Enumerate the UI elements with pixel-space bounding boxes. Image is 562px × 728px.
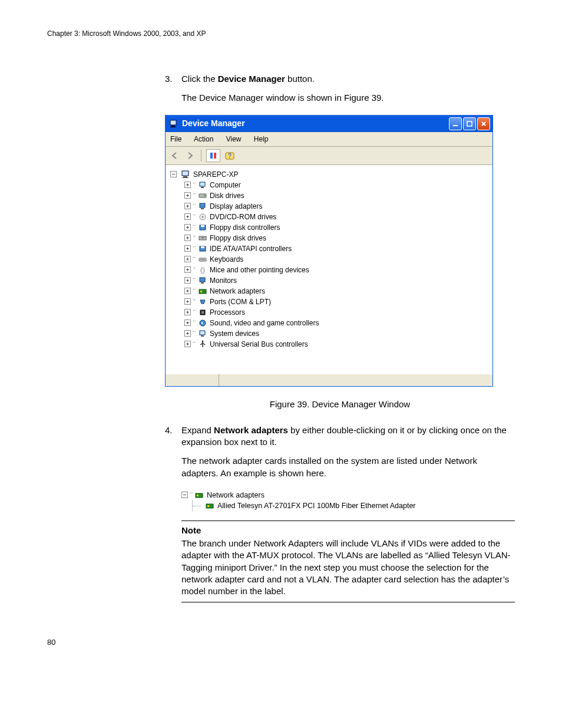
expand-icon[interactable]: +: [184, 256, 191, 262]
tree-line: [193, 289, 196, 289]
device-category-icon: [198, 318, 207, 328]
tree-root[interactable]: − SPAREPC-XP: [168, 169, 490, 180]
svg-rect-14: [199, 194, 206, 197]
svg-point-28: [201, 268, 204, 274]
minimize-button[interactable]: [449, 117, 462, 130]
menu-action[interactable]: Action: [194, 135, 213, 143]
computer-icon: [181, 170, 191, 179]
expand-icon[interactable]: +: [184, 235, 191, 241]
tree-line: [193, 299, 196, 300]
expand-icon[interactable]: +: [184, 298, 191, 305]
expand-icon[interactable]: +: [184, 319, 191, 326]
tree-node[interactable]: +Computer: [168, 180, 490, 190]
svg-rect-9: [182, 171, 189, 176]
step-4-para: The network adapter cards installed on t…: [181, 455, 515, 479]
expand-icon[interactable]: +: [184, 288, 191, 294]
tree-node[interactable]: +Display adapters: [168, 201, 490, 212]
expand-icon[interactable]: +: [184, 224, 191, 230]
node-label: System devices: [210, 329, 259, 338]
tree-node[interactable]: +Network adapters: [168, 286, 490, 297]
expand-icon[interactable]: +: [184, 309, 191, 315]
tree-node[interactable]: +Ports (COM & LPT): [168, 297, 490, 307]
close-button[interactable]: [477, 117, 490, 130]
step-3: 3. Click the Device Manager button.: [165, 73, 515, 85]
tree-node[interactable]: +Universal Serial Bus controllers: [168, 339, 490, 350]
tree-line: [193, 246, 196, 247]
tree-node-network-adapters: − Network adapters: [181, 490, 515, 500]
node-label: IDE ATA/ATAPI controllers: [210, 244, 292, 253]
device-category-icon: [198, 191, 207, 200]
tree-node[interactable]: +Floppy disk drives: [168, 233, 490, 243]
tree-node[interactable]: +System devices: [168, 328, 490, 339]
help-button[interactable]: ?: [224, 150, 237, 162]
step-number: 3.: [165, 73, 181, 85]
toolbar: ?: [166, 147, 492, 165]
node-label: Floppy disk controllers: [210, 223, 280, 232]
svg-rect-32: [200, 291, 202, 292]
node-label: Processors: [210, 308, 245, 317]
tree-node[interactable]: +Mice and other pointing devices: [168, 265, 490, 275]
svg-rect-16: [200, 203, 205, 207]
svg-point-38: [202, 340, 204, 342]
tree-node[interactable]: +IDE ATA/ATAPI controllers: [168, 243, 490, 254]
tree-line: [193, 310, 196, 311]
device-category-icon: [198, 202, 207, 211]
note-title: Note: [181, 525, 515, 536]
tree-line: [193, 204, 196, 205]
svg-rect-42: [207, 505, 209, 507]
tree-line: [193, 257, 196, 258]
expand-icon[interactable]: +: [184, 330, 191, 337]
chapter-header: Chapter 3: Microsoft Windows 2000, 2003,…: [47, 29, 515, 38]
expand-icon[interactable]: +: [184, 192, 191, 199]
back-button[interactable]: [169, 150, 181, 161]
node-label: Display adapters: [210, 202, 262, 211]
tree-line: [193, 236, 196, 236]
step-4: 4. Expand Network adapters by either dou…: [165, 424, 515, 449]
svg-rect-10: [183, 176, 187, 177]
svg-rect-17: [201, 208, 204, 209]
text: button.: [285, 74, 315, 84]
step-3-para: The Device Manager window is shown in Fi…: [181, 92, 515, 104]
svg-point-15: [204, 195, 205, 196]
node-label: DVD/CD-ROM drives: [210, 212, 276, 222]
tree-node[interactable]: +Sound, video and game controllers: [168, 318, 490, 328]
node-label: Keyboards: [210, 255, 243, 264]
tree-node[interactable]: +Disk drives: [168, 190, 490, 201]
svg-rect-29: [200, 278, 205, 282]
collapse-icon[interactable]: −: [181, 492, 188, 498]
step-text: Expand Network adapters by either double…: [181, 424, 515, 449]
tree-node[interactable]: +Processors: [168, 307, 490, 318]
expand-icon[interactable]: +: [184, 182, 191, 188]
svg-rect-39: [196, 493, 203, 498]
expand-icon[interactable]: +: [184, 213, 191, 220]
menu-view[interactable]: View: [226, 135, 242, 143]
maximize-button[interactable]: [463, 117, 476, 130]
device-category-icon: [198, 276, 207, 285]
tree-node[interactable]: +Monitors: [168, 275, 490, 286]
node-label: Monitors: [210, 276, 237, 285]
titlebar: Device Manager: [166, 116, 492, 132]
node-label: Disk drives: [210, 191, 244, 200]
expand-icon[interactable]: +: [184, 277, 191, 284]
expand-icon[interactable]: +: [184, 341, 191, 347]
forward-button[interactable]: [184, 150, 196, 161]
expand-icon[interactable]: +: [184, 245, 191, 252]
svg-rect-30: [201, 282, 204, 284]
svg-text:?: ?: [228, 153, 232, 159]
menu-file[interactable]: File: [170, 135, 181, 143]
expand-icon[interactable]: +: [184, 203, 191, 209]
svg-rect-34: [201, 311, 204, 314]
tree-node[interactable]: +Keyboards: [168, 254, 490, 265]
network-adapter-icon: [195, 490, 204, 500]
collapse-icon[interactable]: −: [170, 171, 177, 177]
node-label: Network adapters: [207, 490, 265, 500]
tree-node[interactable]: +Floppy disk controllers: [168, 222, 490, 233]
tree-node[interactable]: +DVD/CD-ROM drives: [168, 212, 490, 222]
tree-line: [192, 500, 203, 511]
svg-rect-37: [201, 335, 204, 337]
expand-icon[interactable]: +: [184, 266, 191, 273]
properties-button[interactable]: [206, 149, 220, 162]
device-category-icon: [198, 340, 207, 349]
svg-rect-5: [210, 153, 213, 159]
menu-help[interactable]: Help: [254, 135, 269, 143]
